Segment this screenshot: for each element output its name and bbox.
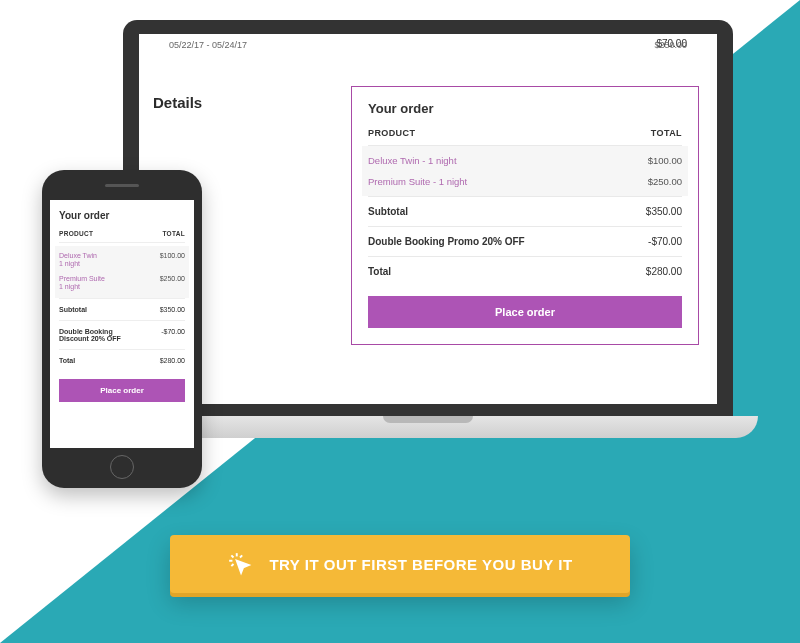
try-it-out-button[interactable]: TRY IT OUT FIRST BEFORE YOU BUY IT [170,535,630,593]
phone-home-button [110,455,134,479]
subtotal-label: Subtotal [59,306,87,313]
laptop-bezel: 05/22/17 - 05/24/17 $250.00 $70.00 Detai… [123,20,733,420]
product-row: Deluxe Twin 1 night $100.00 [59,249,185,272]
promo-row: Double Booking Promo 20% OFF -$70.00 [368,226,682,256]
subtotal-row: Subtotal $350.00 [368,196,682,226]
product-name: Premium Suite - 1 night [368,176,467,187]
product-price: $100.00 [648,155,682,166]
subtotal-value: $350.00 [160,306,185,313]
promo-row: Double Booking Discount 20% OFF -$70.00 [59,320,185,349]
order-header-row: PRODUCT TOTAL [59,230,185,243]
total-row: Total $280.00 [368,256,682,286]
product-price: $100.00 [160,252,185,269]
product-row: Premium Suite 1 night $250.00 [59,272,185,295]
col-total: TOTAL [651,128,682,138]
promo-value: -$70.00 [161,328,185,342]
svg-line-2 [232,555,234,557]
order-products: Deluxe Twin - 1 night $100.00 Premium Su… [362,146,688,196]
place-order-button[interactable]: Place order [368,296,682,328]
laptop-viewport: 05/22/17 - 05/24/17 $250.00 $70.00 Detai… [139,34,717,404]
phone-device: Your order PRODUCT TOTAL Deluxe Twin 1 n… [42,170,202,488]
product-price: $250.00 [648,176,682,187]
product-name: Deluxe Twin - 1 night [368,155,457,166]
order-title: Your order [368,101,682,116]
total-value: $280.00 [646,266,682,277]
product-name: Deluxe Twin 1 night [59,252,97,269]
cursor-click-icon [227,551,253,577]
top-amount: $250.00 [654,40,687,50]
svg-line-3 [240,555,242,557]
details-heading: Details [153,94,202,111]
total-label: Total [368,266,391,277]
promo-label: Double Booking Promo 20% OFF [368,236,525,247]
product-row: Premium Suite - 1 night $250.00 [368,171,682,192]
total-label: Total [59,357,75,364]
phone-viewport: Your order PRODUCT TOTAL Deluxe Twin 1 n… [50,200,194,448]
subtotal-value: $350.00 [646,206,682,217]
promo-label: Double Booking Discount 20% OFF [59,328,144,342]
product-row: Deluxe Twin - 1 night $100.00 [368,150,682,171]
order-header-row: PRODUCT TOTAL [368,128,682,146]
subtotal-row: Subtotal $350.00 [59,298,185,320]
product-name: Premium Suite 1 night [59,275,105,292]
col-product: PRODUCT [59,230,93,237]
order-products: Deluxe Twin 1 night $100.00 Premium Suit… [55,246,189,298]
col-product: PRODUCT [368,128,415,138]
promo-value: -$70.00 [648,236,682,247]
total-value: $280.00 [160,357,185,364]
subtotal-label: Subtotal [368,206,408,217]
date-range: 05/22/17 - 05/24/17 [169,40,247,50]
laptop-top-row: 05/22/17 - 05/24/17 $250.00 [139,34,717,54]
order-summary-panel: Your order PRODUCT TOTAL Deluxe Twin - 1… [351,86,699,345]
product-price: $250.00 [160,275,185,292]
svg-line-4 [232,564,234,566]
cta-label: TRY IT OUT FIRST BEFORE YOU BUY IT [269,556,572,573]
order-title: Your order [59,210,185,221]
phone-speaker [105,184,139,187]
laptop-notch [383,416,473,423]
place-order-button[interactable]: Place order [59,379,185,402]
total-row: Total $280.00 [59,349,185,371]
col-total: TOTAL [162,230,185,237]
